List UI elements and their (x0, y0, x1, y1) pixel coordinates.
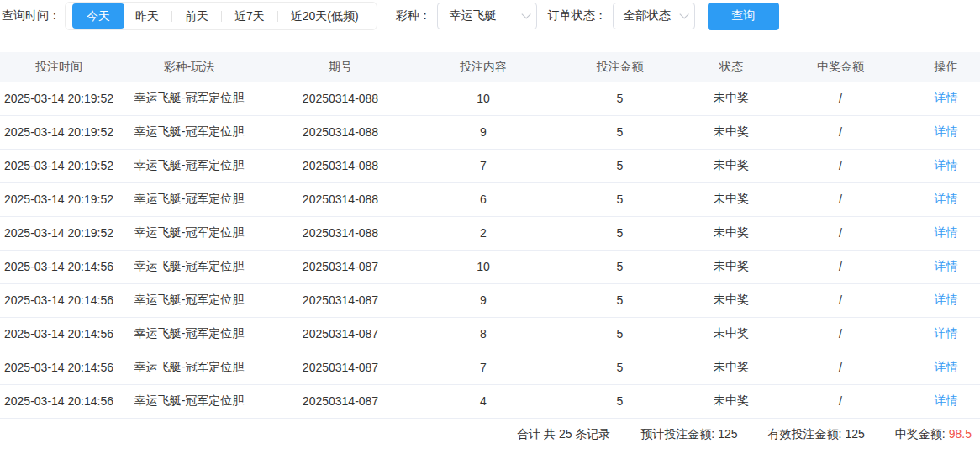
divider (277, 11, 278, 22)
detail-link[interactable]: 详情 (935, 225, 958, 239)
lottery-select[interactable]: 幸运飞艇 (437, 3, 537, 29)
column-header-game-play: 彩种-玩法 (118, 52, 261, 82)
cell-bet-content: 8 (420, 317, 546, 351)
cell-bet-time: 2025-03-14 20:19:52 (0, 216, 118, 250)
detail-link[interactable]: 详情 (935, 259, 958, 272)
cell-bet-content: 7 (420, 149, 546, 182)
time-filter-day-before[interactable]: 前天 (174, 5, 219, 27)
detail-link[interactable]: 详情 (935, 91, 958, 104)
table-row: 2025-03-14 20:19:52幸运飞艇-冠军定位胆20250314-08… (0, 182, 980, 216)
column-header-period: 期号 (261, 52, 420, 82)
win-amount-total: 中奖金额:98.5 (895, 427, 972, 442)
cell-status: 未中奖 (693, 317, 769, 351)
detail-link[interactable]: 详情 (935, 192, 958, 205)
cell-action: 详情 (912, 182, 980, 216)
cell-status: 未中奖 (693, 250, 769, 283)
detail-link[interactable]: 详情 (935, 393, 958, 407)
cell-bet-amount: 5 (546, 82, 693, 115)
cell-bet-time: 2025-03-14 20:14:56 (0, 384, 118, 418)
cell-win-amount: / (769, 82, 912, 115)
cell-win-amount: / (769, 384, 912, 418)
column-header-win-amount: 中奖金额 (769, 52, 912, 82)
table-row: 2025-03-14 20:19:52幸运飞艇-冠军定位胆20250314-08… (0, 216, 980, 250)
time-filter-label: 查询时间： (2, 8, 61, 24)
detail-link[interactable]: 详情 (935, 326, 958, 340)
cell-win-amount: / (769, 283, 912, 317)
column-header-bet-content: 投注内容 (420, 52, 546, 82)
cell-action: 详情 (912, 250, 980, 283)
column-header-bet-time: 投注时间 (0, 52, 118, 82)
cell-game-play: 幸运飞艇-冠军定位胆 (118, 149, 261, 182)
cell-game-play: 幸运飞艇-冠军定位胆 (118, 82, 261, 115)
valid-bet-amount: 有效投注金额:125 (768, 427, 865, 442)
cell-game-play: 幸运飞艇-冠军定位胆 (118, 216, 261, 250)
cell-bet-time: 2025-03-14 20:19:52 (0, 82, 118, 115)
order-status-select-value: 全部状态 (624, 8, 671, 24)
cell-bet-amount: 5 (546, 351, 693, 384)
cell-action: 详情 (912, 115, 980, 149)
cell-action: 详情 (912, 82, 980, 115)
cell-status: 未中奖 (693, 351, 769, 384)
cell-game-play: 幸运飞艇-冠军定位胆 (118, 317, 261, 351)
cell-game-play: 幸运飞艇-冠军定位胆 (118, 283, 261, 317)
cell-action: 详情 (912, 149, 980, 182)
expected-bet-amount: 预计投注金额:125 (640, 427, 737, 442)
cell-action: 详情 (912, 351, 980, 384)
cell-bet-content: 9 (420, 283, 546, 317)
cell-status: 未中奖 (693, 384, 769, 418)
table-row: 2025-03-14 20:14:56幸运飞艇-冠军定位胆20250314-08… (0, 283, 980, 317)
cell-period: 20250314-088 (261, 216, 420, 250)
column-header-action: 操作 (912, 52, 980, 82)
cell-period: 20250314-088 (261, 115, 420, 149)
detail-link[interactable]: 详情 (935, 360, 958, 373)
time-filter-last-7-days[interactable]: 近7天 (224, 5, 276, 27)
cell-status: 未中奖 (693, 115, 769, 149)
cell-period: 20250314-087 (261, 351, 420, 384)
detail-link[interactable]: 详情 (935, 158, 958, 172)
time-filter-last-20-days-low-freq[interactable]: 近20天(低频) (280, 5, 370, 27)
time-range-group: 今天昨天前天近7天近20天(低频) (65, 2, 377, 30)
cell-bet-time: 2025-03-14 20:14:56 (0, 250, 118, 283)
cell-status: 未中奖 (693, 283, 769, 317)
cell-bet-amount: 5 (546, 216, 693, 250)
cell-bet-amount: 5 (546, 384, 693, 418)
win-amount-value: 98.5 (949, 427, 972, 441)
cell-game-play: 幸运飞艇-冠军定位胆 (118, 182, 261, 216)
table-row: 2025-03-14 20:14:56幸运飞艇-冠军定位胆20250314-08… (0, 317, 980, 351)
column-header-bet-amount: 投注金额 (546, 52, 693, 82)
table-row: 2025-03-14 20:19:52幸运飞艇-冠军定位胆20250314-08… (0, 82, 980, 115)
cell-game-play: 幸运飞艇-冠军定位胆 (118, 351, 261, 384)
cell-period: 20250314-087 (261, 317, 420, 351)
time-filter-today[interactable]: 今天 (72, 3, 124, 29)
cell-bet-time: 2025-03-14 20:19:52 (0, 115, 118, 149)
cell-action: 详情 (912, 283, 980, 317)
cell-action: 详情 (912, 317, 980, 351)
cell-status: 未中奖 (693, 216, 769, 250)
order-status-select[interactable]: 全部状态 (613, 3, 695, 29)
detail-link[interactable]: 详情 (935, 124, 958, 138)
cell-bet-time: 2025-03-14 20:19:52 (0, 149, 118, 182)
cell-bet-content: 9 (420, 115, 546, 149)
cell-bet-time: 2025-03-14 20:19:52 (0, 182, 118, 216)
cell-bet-time: 2025-03-14 20:14:56 (0, 283, 118, 317)
cell-bet-amount: 5 (546, 250, 693, 283)
cell-win-amount: / (769, 149, 912, 182)
detail-link[interactable]: 详情 (935, 293, 958, 306)
lottery-select-value: 幸运飞艇 (450, 8, 497, 24)
time-filter-yesterday[interactable]: 昨天 (124, 5, 170, 27)
cell-win-amount: / (769, 351, 912, 384)
cell-bet-amount: 5 (546, 149, 693, 182)
cell-bet-time: 2025-03-14 20:14:56 (0, 351, 118, 384)
cell-period: 20250314-087 (261, 283, 420, 317)
cell-status: 未中奖 (693, 182, 769, 216)
orders-table: 投注时间彩种-玩法期号投注内容投注金额状态中奖金额操作 2025-03-14 2… (0, 52, 980, 419)
cell-bet-content: 6 (420, 182, 546, 216)
record-count: 合计 共 25 条记录 (517, 427, 610, 442)
cell-game-play: 幸运飞艇-冠军定位胆 (118, 115, 261, 149)
cell-period: 20250314-088 (261, 82, 420, 115)
cell-game-play: 幸运飞艇-冠军定位胆 (118, 384, 261, 418)
cell-status: 未中奖 (693, 149, 769, 182)
cell-bet-amount: 5 (546, 317, 693, 351)
cell-action: 详情 (912, 384, 980, 418)
query-button[interactable]: 查询 (708, 3, 779, 30)
